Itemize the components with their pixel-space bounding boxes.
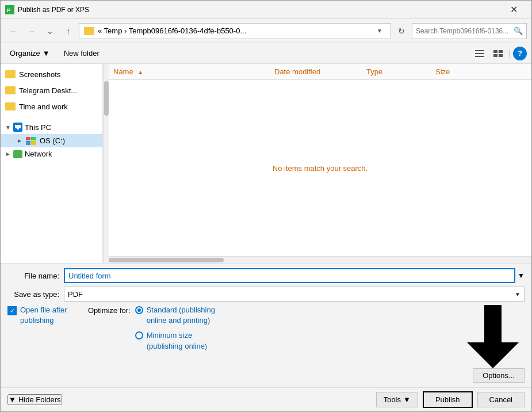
new-folder-button[interactable]: New folder <box>59 47 104 60</box>
svg-marker-12 <box>467 342 519 368</box>
view-options-button[interactable] <box>490 45 506 62</box>
svg-rect-9 <box>15 125 21 128</box>
col-size[interactable]: Size <box>435 67 527 76</box>
column-headers: Name ▲ Date modified Type Size <box>109 64 531 80</box>
search-icon: 🔍 <box>514 26 523 35</box>
up-button[interactable]: ↑ <box>60 23 76 39</box>
sidebar-label-telegram: Telegram Deskt... <box>19 86 77 95</box>
sidebar-label-network: Network <box>25 150 52 158</box>
col-type[interactable]: Type <box>366 67 435 76</box>
empty-message: No items match your search. <box>273 164 368 173</box>
radio-standard-circle[interactable] <box>135 306 143 314</box>
filename-dropdown[interactable]: ▼ <box>518 272 525 280</box>
folder-icon <box>5 86 16 94</box>
svg-text:P: P <box>7 7 10 13</box>
sort-arrow: ▲ <box>137 69 143 75</box>
optimize-group: Optimize for: Standard (publishing onlin… <box>88 305 457 352</box>
view-list-button[interactable] <box>472 45 488 62</box>
dropdown-button[interactable]: ⌄ <box>42 23 58 39</box>
file-list-empty: No items match your search. <box>109 80 531 256</box>
title-bar: P Publish as PDF or XPS ✕ <box>1 1 531 19</box>
cancel-button[interactable]: Cancel <box>477 392 525 407</box>
hide-folders-button[interactable]: ▼ Hide Folders <box>7 394 62 405</box>
view-separator: | <box>508 48 511 59</box>
svg-rect-10 <box>17 128 19 129</box>
sidebar-item-network[interactable]: ► Network <box>1 147 102 161</box>
footer-bar: ▼ Hide Folders Tools ▼ Publish Cancel <box>1 387 531 411</box>
path-dropdown-arrow[interactable]: ▼ <box>377 28 386 34</box>
path-bar[interactable]: « Temp › Tempb09616f6-0136-4dfe-b550-0..… <box>79 23 391 39</box>
open-file-checkbox[interactable] <box>7 306 17 315</box>
chevron-right-icon: ► <box>17 138 22 144</box>
open-file-label: Open file after publishing <box>20 305 67 326</box>
sidebar-item-timeandwork[interactable]: Time and work <box>1 98 102 115</box>
tools-button[interactable]: Tools ▼ <box>376 392 418 407</box>
folder-icon <box>84 27 94 35</box>
sidebar: Screenshots Telegram Deskt... Time and w… <box>1 64 103 263</box>
main-content: Screenshots Telegram Deskt... Time and w… <box>1 64 531 263</box>
horizontal-scrollbar[interactable] <box>109 256 531 263</box>
svg-rect-6 <box>499 50 503 53</box>
filename-label: File name: <box>7 272 59 280</box>
options-button[interactable]: Options... <box>473 368 525 383</box>
chevron-down-icon: ▼ <box>9 395 16 404</box>
forward-button[interactable]: → <box>24 23 40 39</box>
radio-minimum-circle[interactable] <box>135 331 143 339</box>
savetype-row: Save as type: PDF ▼ <box>7 287 525 302</box>
radio-standard-label: Standard (publishing online and printing… <box>147 305 215 326</box>
filename-input[interactable] <box>64 268 515 283</box>
svg-rect-2 <box>475 50 484 51</box>
open-file-group: Open file after publishing <box>7 305 88 326</box>
svg-rect-7 <box>493 54 497 57</box>
thispc-icon <box>13 123 22 132</box>
svg-rect-11 <box>484 305 502 342</box>
chevron-right-icon: ► <box>5 151 11 157</box>
sidebar-item-screenshots[interactable]: Screenshots <box>1 66 102 82</box>
savetype-select[interactable]: PDF ▼ <box>64 287 525 302</box>
options-btn-group: Options... <box>473 368 525 383</box>
filename-row: File name: ▼ <box>7 268 525 283</box>
sidebar-item-thispc[interactable]: ▼ This PC <box>1 120 102 134</box>
hide-folders-label: Hide Folders <box>18 395 61 404</box>
path-text: « Temp › Tempb09616f6-0136-4dfe-b550-0..… <box>98 26 377 35</box>
publish-button[interactable]: Publish <box>423 391 473 408</box>
open-file-checkbox-wrapper: Open file after publishing <box>7 305 67 326</box>
radio-options: Standard (publishing online and printing… <box>135 305 215 352</box>
col-date-modified[interactable]: Date modified <box>274 67 366 76</box>
sidebar-scrollbar[interactable] <box>103 64 109 263</box>
app-icon: P <box>5 5 14 14</box>
savetype-value: PDF <box>68 290 83 299</box>
new-folder-label: New folder <box>64 49 99 58</box>
sidebar-label-osc: OS (C:) <box>40 136 65 145</box>
optimize-label: Optimize for: <box>88 305 131 352</box>
search-bar[interactable]: 🔍 <box>412 23 527 39</box>
radio-minimum: Minimum size (publishing online) <box>135 330 215 351</box>
sidebar-item-telegram[interactable]: Telegram Deskt... <box>1 82 102 98</box>
tools-label: Tools <box>384 395 401 404</box>
radio-standard: Standard (publishing online and printing… <box>135 305 215 326</box>
sidebar-label-thispc: This PC <box>25 123 51 132</box>
bottom-form: File name: ▼ Save as type: PDF ▼ Open fi… <box>1 263 531 387</box>
dialog-title: Publish as PDF or XPS <box>18 6 500 14</box>
scrollbar-thumb <box>109 258 224 262</box>
search-input[interactable] <box>416 27 514 35</box>
back-button[interactable]: ← <box>5 23 21 39</box>
col-name[interactable]: Name ▲ <box>113 67 274 76</box>
organize-label: Organize <box>10 49 40 58</box>
organize-button[interactable]: Organize ▼ <box>5 47 55 60</box>
sidebar-item-osc[interactable]: ► OS (C:) <box>1 134 102 147</box>
close-button[interactable]: ✕ <box>500 1 527 19</box>
file-pane: Name ▲ Date modified Type Size No items … <box>109 64 531 263</box>
sidebar-label-timeandwork: Time and work <box>19 102 68 111</box>
refresh-button[interactable]: ↻ <box>393 23 409 39</box>
big-arrow-annotation <box>467 305 519 368</box>
help-button[interactable]: ? <box>513 47 527 60</box>
sidebar-scroll-thumb <box>104 81 109 116</box>
svg-rect-5 <box>493 50 497 53</box>
windows-icon <box>26 137 36 145</box>
toolbar: Organize ▼ New folder <box>1 43 531 64</box>
svg-rect-4 <box>475 56 484 57</box>
options-row: Open file after publishing Optimize for:… <box>7 305 525 383</box>
network-icon <box>13 150 22 158</box>
organize-arrow: ▼ <box>43 49 50 58</box>
